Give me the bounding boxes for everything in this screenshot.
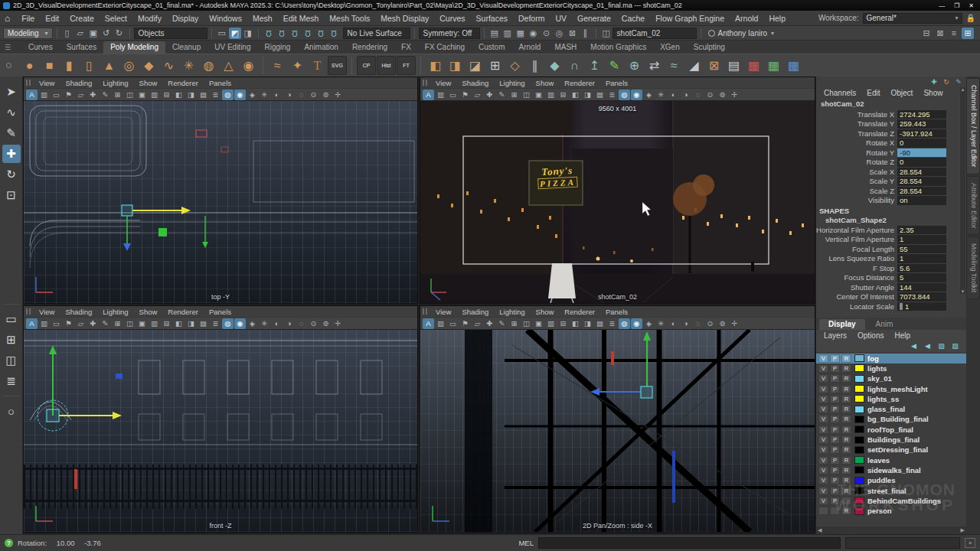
grease-pencil-icon[interactable]: ✎ [100,90,111,100]
lattice-icon[interactable]: ▤ [724,56,743,75]
sidebar-tab-channel-box-layer-editor[interactable]: Channel Box / Layer Editor [966,78,980,174]
object-details-icon[interactable]: ≣ [606,90,618,100]
textured-mode-icon[interactable]: ◈ [643,90,655,100]
menu-edit-mesh[interactable]: Edit Mesh [278,12,325,24]
field-chart-icon[interactable]: ⊟ [161,90,172,100]
gate-mask-icon[interactable]: ▥ [149,318,160,329]
pin-channel-box-icon[interactable]: ✚ [929,77,939,86]
safe-action-icon[interactable]: ◧ [173,90,185,100]
image-plane-icon[interactable]: ▱ [472,318,483,329]
script-editor-icon[interactable]: ≡ [965,538,975,548]
layer-p-toggle[interactable]: P [830,354,840,363]
viewport-menu-lighting[interactable]: Lighting [495,307,529,317]
viewport-menu-shading[interactable]: Shading [60,307,96,317]
selection-highlight-icon[interactable]: A [26,318,38,329]
grid-toggle-icon[interactable]: ⊞ [112,90,123,100]
grid-toggle-icon[interactable]: ⊞ [508,90,520,100]
snap-point-icon[interactable]: Ω [289,28,301,39]
new-scene-icon[interactable]: ▯ [61,28,74,39]
layer-r-toggle[interactable]: R [841,364,851,373]
grid-toggle-icon[interactable]: ⊞ [508,318,520,329]
mirror-icon[interactable]: ⇄ [645,56,664,75]
layer-r-toggle[interactable]: R [841,425,851,434]
gate-mask-icon[interactable]: ▥ [545,318,557,329]
open-scene-icon[interactable]: ▱ [74,28,87,39]
layer-p-toggle[interactable]: P [830,497,840,505]
layer-color-swatch[interactable] [854,395,864,403]
layer-p-toggle[interactable]: P [830,435,840,444]
viewport-menu-show[interactable]: Show [135,307,162,317]
menu-windows[interactable]: Windows [204,12,247,24]
film-gate-icon[interactable]: ◫ [124,318,136,329]
hud-toggle-icon[interactable]: ▤ [198,90,209,100]
safe-action-icon[interactable]: ◧ [570,90,581,100]
layer-color-swatch[interactable] [854,425,864,433]
ambient-occlusion-icon[interactable]: ◑ [680,318,691,329]
grease-pencil-icon[interactable]: ✎ [496,318,508,329]
menu-cache[interactable]: Cache [616,12,650,24]
menu-create[interactable]: Create [64,12,100,24]
sidebar-tab-modeling-toolkit[interactable]: Modeling Toolkit [966,236,980,299]
viewport-menu-view[interactable]: View [34,307,59,317]
shadows-icon[interactable]: ◐ [271,90,283,100]
smooth-icon[interactable]: ≈ [665,56,684,75]
layer-row[interactable]: VPRleaves [816,455,966,465]
quad-draw-icon[interactable]: ✎ [605,56,624,75]
viewport-menu-show[interactable]: Show [531,307,559,317]
isolate-select-icon[interactable]: ⊚ [717,318,728,329]
poly-helix-icon[interactable]: ∿ [159,56,178,75]
red-grid-icon[interactable]: ▦ [744,56,763,75]
channel-value[interactable]: 2.35 [897,226,946,235]
channel-value[interactable]: 28.554 [897,187,946,196]
viewport-menu-show[interactable]: Show [135,78,162,88]
two-d-pan-zoom-icon[interactable]: ✚ [484,318,495,329]
channel-value[interactable]: 5 [897,273,946,282]
poly-sphere-icon[interactable]: ● [20,56,39,75]
grid-toggle-icon[interactable]: ⊞ [112,318,123,329]
layout-two-pane-icon[interactable]: ◫ [2,351,21,370]
layer-menu-help[interactable]: Help [890,331,915,341]
camera-attributes-icon[interactable]: ▭ [51,318,62,329]
motion-blur-icon[interactable]: ◌ [296,90,307,100]
sweep-mesh-icon[interactable]: ✦ [288,56,307,75]
light-editor-icon[interactable]: ◎ [554,28,566,39]
layout-four-pane-icon[interactable]: ⊞ [2,331,21,349]
viewport-shotcam-scene[interactable]: 9560 x 4001 Tony's PIZZA shotCam_02 [420,101,815,303]
poly-barrel-icon[interactable]: ▯ [80,56,99,75]
user-account-dropdown[interactable]: Anthony Ianiro [705,29,778,37]
menu-set-dropdown[interactable]: Modeling [3,28,53,39]
layer-r-toggle[interactable]: R [841,435,851,444]
layer-p-toggle[interactable] [830,507,840,515]
resolution-gate-icon[interactable]: ▣ [533,318,544,329]
layer-v-toggle[interactable]: V [818,487,828,495]
layer-row[interactable]: VPBehindCamBuildings [816,496,966,506]
poly-cube-icon[interactable]: ■ [40,56,59,75]
panel-splitter[interactable]: ·········· [816,311,966,318]
layer-v-toggle[interactable]: V [818,435,828,444]
history-icon[interactable]: Hist [377,56,396,75]
shelf-tab-curves[interactable]: Curves [21,41,60,54]
bevel-icon[interactable]: ◆ [545,56,564,75]
layer-p-toggle[interactable]: P [830,476,840,484]
shelf-tab-motion-graphics[interactable]: Motion Graphics [583,41,653,54]
object-details-icon[interactable]: ≣ [210,90,221,100]
viewport-menu-view[interactable]: View [431,78,456,88]
ambient-occlusion-icon[interactable]: ◑ [680,90,691,100]
camera-name-field[interactable]: shotCam_02 [612,28,697,39]
layer-color-swatch[interactable] [854,364,864,372]
layer-v-toggle[interactable]: V [818,456,828,465]
snap-projected-center-icon[interactable]: Ω [302,28,314,39]
cut-render-icon[interactable]: ⊠ [567,28,579,39]
poly-pipe-icon[interactable]: ◍ [199,56,218,75]
freeze-transform-icon[interactable]: FT [397,56,416,75]
plugin-shading-icon[interactable]: ✛ [332,318,344,329]
layer-r-toggle[interactable]: R [841,487,851,495]
layer-v-toggle[interactable]: V [818,374,828,383]
film-gate-icon[interactable]: ◫ [124,90,136,100]
layer-row[interactable]: VPRsky_01 [816,373,966,383]
shelf-menu-icon[interactable]: ☰ [5,44,11,51]
menu-help[interactable]: Help [763,12,791,24]
menu-mesh-tools[interactable]: Mesh Tools [324,12,375,24]
poly-soccer-ball-icon[interactable]: ◉ [239,56,258,75]
gate-mask-icon[interactable]: ▥ [149,90,160,100]
